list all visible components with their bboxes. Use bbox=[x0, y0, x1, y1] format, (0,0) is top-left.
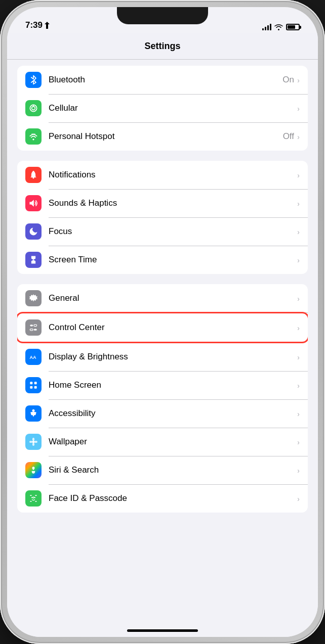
scroll-area[interactable]: Bluetooth On › Cellular › bbox=[7, 60, 318, 637]
wallpaper-row[interactable]: Wallpaper › bbox=[17, 428, 308, 456]
homescreen-icon bbox=[25, 377, 42, 393]
toggles-symbol bbox=[28, 323, 38, 333]
notifications-row[interactable]: Notifications › bbox=[17, 161, 308, 189]
accessibility-chevron: › bbox=[297, 409, 300, 418]
svg-rect-14 bbox=[30, 386, 32, 389]
focus-icon bbox=[25, 223, 42, 240]
homescreen-chevron: › bbox=[297, 381, 300, 390]
notifications-group: Notifications › Sounds & Haptics › bbox=[17, 161, 308, 274]
sounds-row[interactable]: Sounds & Haptics › bbox=[17, 189, 308, 217]
svg-point-18 bbox=[32, 438, 34, 441]
homescreen-label: Home Screen bbox=[49, 380, 297, 390]
wallpaper-chevron: › bbox=[297, 438, 300, 446]
bluetooth-value: On bbox=[282, 75, 294, 85]
cellular-icon bbox=[25, 100, 42, 116]
focus-row[interactable]: Focus › bbox=[17, 217, 308, 246]
nav-bar: Settings bbox=[7, 33, 318, 60]
wifi-icon bbox=[274, 24, 283, 30]
display-label: Display & Brightness bbox=[49, 352, 297, 362]
svg-rect-23 bbox=[35, 495, 36, 496]
svg-point-27 bbox=[34, 497, 35, 498]
hotspot-chevron: › bbox=[297, 132, 300, 141]
focus-label: Focus bbox=[49, 226, 297, 237]
focus-chevron: › bbox=[297, 227, 300, 236]
hotspot-row[interactable]: Personal Hotspot Off › bbox=[17, 122, 308, 151]
display-icon: AA bbox=[25, 349, 42, 365]
general-row[interactable]: General › bbox=[17, 284, 308, 312]
home-bar bbox=[127, 629, 198, 632]
signal-bars bbox=[262, 24, 271, 30]
cellular-row[interactable]: Cellular › bbox=[17, 94, 308, 122]
phone-frame: 7:39 bbox=[0, 0, 325, 644]
hotspot-value: Off bbox=[283, 131, 294, 142]
general-label: General bbox=[49, 293, 297, 303]
bluetooth-row[interactable]: Bluetooth On › bbox=[17, 66, 308, 94]
grid-symbol bbox=[28, 380, 38, 390]
status-icons bbox=[262, 24, 300, 30]
controlcenter-row[interactable]: Control Center › bbox=[17, 313, 308, 342]
svg-rect-9 bbox=[30, 329, 33, 331]
accessibility-label: Accessibility bbox=[49, 408, 297, 419]
controlcenter-label: Control Center bbox=[49, 323, 297, 333]
svg-point-17 bbox=[32, 441, 35, 443]
notch bbox=[117, 7, 208, 24]
siri-icon bbox=[25, 462, 42, 478]
svg-point-19 bbox=[32, 443, 34, 446]
faceid-symbol bbox=[28, 493, 38, 503]
bluetooth-icon bbox=[25, 72, 42, 88]
svg-point-20 bbox=[29, 441, 32, 443]
accessibility-row[interactable]: Accessibility › bbox=[17, 399, 308, 428]
faceid-chevron: › bbox=[297, 494, 300, 503]
screentime-label: Screen Time bbox=[49, 255, 297, 265]
screentime-row[interactable]: Screen Time › bbox=[17, 246, 308, 274]
svg-rect-10 bbox=[34, 329, 37, 331]
person-symbol bbox=[28, 408, 38, 419]
siri-row[interactable]: Siri & Search › bbox=[17, 456, 308, 484]
phone-screen: 7:39 bbox=[7, 7, 318, 637]
notifications-label: Notifications bbox=[49, 170, 297, 180]
controlcenter-icon bbox=[25, 319, 42, 336]
svg-point-26 bbox=[31, 497, 33, 498]
system-group: General › bbox=[17, 284, 308, 513]
controlcenter-highlight-wrapper: Control Center › bbox=[17, 313, 308, 342]
svg-rect-8 bbox=[34, 325, 37, 326]
siri-chevron: › bbox=[297, 466, 300, 475]
faceid-label: Face ID & Passcode bbox=[49, 493, 297, 503]
notifications-icon bbox=[25, 167, 42, 183]
time-display: 7:39 bbox=[25, 20, 43, 30]
location-icon bbox=[45, 22, 50, 29]
general-icon bbox=[25, 290, 42, 306]
svg-rect-24 bbox=[30, 501, 31, 502]
svg-point-16 bbox=[32, 409, 35, 412]
display-row[interactable]: AA Display & Brightness › bbox=[17, 343, 308, 371]
general-chevron: › bbox=[297, 294, 300, 303]
screentime-chevron: › bbox=[297, 256, 300, 264]
wallpaper-label: Wallpaper bbox=[49, 437, 297, 447]
bluetooth-chevron: › bbox=[297, 76, 300, 84]
speaker-symbol bbox=[28, 198, 38, 208]
sounds-label: Sounds & Haptics bbox=[49, 198, 297, 208]
wallpaper-icon bbox=[25, 434, 42, 450]
svg-rect-15 bbox=[34, 386, 37, 389]
faceid-icon bbox=[25, 490, 42, 507]
page-title: Settings bbox=[144, 41, 180, 52]
svg-marker-5 bbox=[30, 200, 34, 206]
hotspot-symbol bbox=[28, 131, 38, 142]
accessibility-icon bbox=[25, 405, 42, 422]
siri-symbol bbox=[28, 465, 38, 475]
svg-rect-25 bbox=[35, 501, 36, 502]
faceid-row[interactable]: Face ID & Passcode › bbox=[17, 484, 308, 513]
cellular-chevron: › bbox=[297, 104, 300, 113]
sounds-chevron: › bbox=[297, 199, 300, 208]
connectivity-group: Bluetooth On › Cellular › bbox=[17, 66, 308, 151]
svg-point-3 bbox=[32, 139, 34, 140]
siri-label: Siri & Search bbox=[49, 465, 297, 475]
notifications-chevron: › bbox=[297, 171, 300, 179]
bluetooth-label: Bluetooth bbox=[49, 75, 282, 85]
homescreen-row[interactable]: Home Screen › bbox=[17, 371, 308, 399]
hotspot-label: Personal Hotspot bbox=[49, 131, 283, 142]
battery-icon bbox=[286, 24, 300, 30]
svg-point-1 bbox=[32, 107, 35, 110]
svg-rect-13 bbox=[34, 382, 37, 384]
moon-symbol bbox=[28, 226, 38, 237]
